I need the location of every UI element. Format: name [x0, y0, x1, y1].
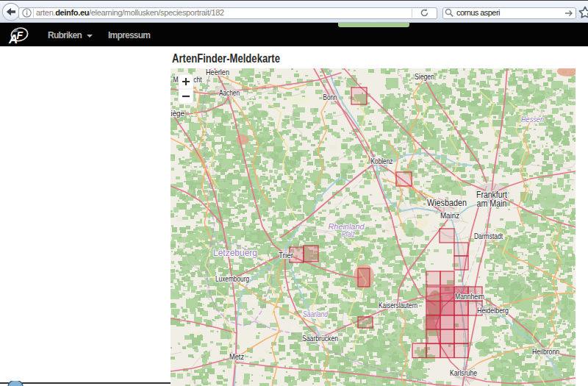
- svg-text:Mannheim: Mannheim: [455, 292, 484, 301]
- svg-text:Pfalz: Pfalz: [342, 229, 355, 238]
- svg-text:Aachen: Aachen: [219, 88, 240, 97]
- svg-text:Lëtzebuerg: Lëtzebuerg: [213, 247, 257, 258]
- svg-text:Luxembourg: Luxembourg: [215, 274, 249, 283]
- svg-text:am Main: am Main: [477, 199, 507, 209]
- svg-text:Kaiserslautern: Kaiserslautern: [379, 301, 417, 310]
- svg-text:Hessen: Hessen: [521, 115, 544, 124]
- svg-text:Mainz: Mainz: [440, 211, 459, 220]
- svg-text:F: F: [17, 29, 24, 41]
- svg-text:Karlsruhe: Karlsruhe: [450, 368, 477, 377]
- svg-text:Bonn: Bonn: [323, 93, 337, 101]
- svg-text:Metz: Metz: [229, 352, 244, 361]
- svg-text:Heerlen: Heerlen: [206, 68, 229, 76]
- svg-text:Wiesbaden: Wiesbaden: [427, 198, 467, 208]
- svg-text:Liège: Liège: [171, 109, 184, 118]
- svg-text:Trier: Trier: [279, 251, 293, 260]
- svg-text:Saarland: Saarland: [303, 310, 329, 318]
- svg-text:Saarbrücken: Saarbrücken: [302, 334, 338, 343]
- svg-text:Heidelberg: Heidelberg: [477, 306, 509, 315]
- svg-text:Heilbronn: Heilbronn: [532, 347, 559, 356]
- svg-text:Darmstadt: Darmstadt: [474, 232, 503, 240]
- svg-text:Koblenz: Koblenz: [371, 157, 393, 165]
- svg-text:Siegen: Siegen: [415, 72, 434, 81]
